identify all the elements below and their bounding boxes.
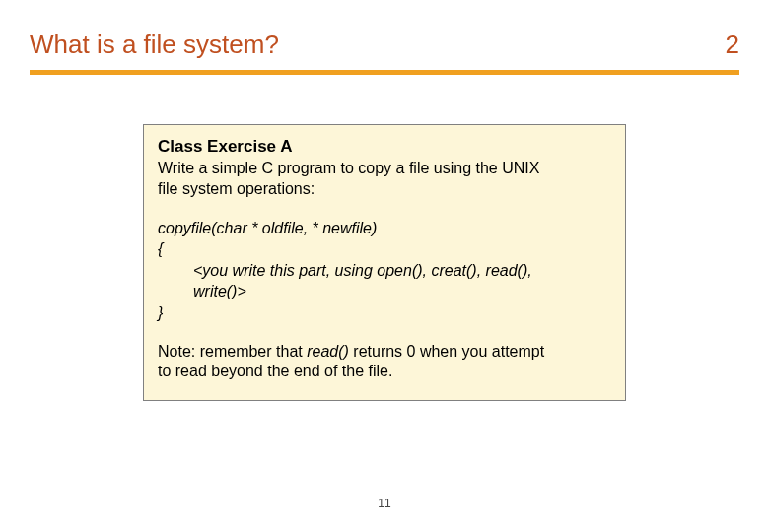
code-brace-open: { — [158, 238, 611, 260]
exercise-note-line1: Note: remember that read() returns 0 whe… — [158, 342, 611, 363]
page-title: What is a file system? — [30, 30, 279, 60]
exercise-note-line2: to read beyond the end of the file. — [158, 362, 611, 382]
slide-header: What is a file system? 2 — [0, 0, 769, 60]
code-body-line2: write()> — [158, 281, 611, 302]
section-number: 2 — [726, 30, 739, 60]
exercise-box: Class Exercise A Write a simple C progra… — [143, 124, 626, 401]
exercise-intro-line1: Write a simple C program to copy a file … — [158, 159, 611, 179]
header-rule — [30, 70, 739, 75]
code-brace-close: } — [158, 302, 611, 324]
code-signature: copyfile(char * oldfile, * newfile) — [158, 218, 611, 239]
note-mid: returns 0 when you attempt — [349, 343, 544, 360]
note-prefix: Note: remember that — [158, 343, 307, 360]
slide-number: 11 — [0, 497, 769, 510]
exercise-intro-line2: file system operations: — [158, 179, 611, 200]
exercise-heading: Class Exercise A — [158, 137, 611, 157]
code-body-line1: <you write this part, using open(), crea… — [158, 260, 611, 282]
note-em: read() — [307, 343, 349, 360]
